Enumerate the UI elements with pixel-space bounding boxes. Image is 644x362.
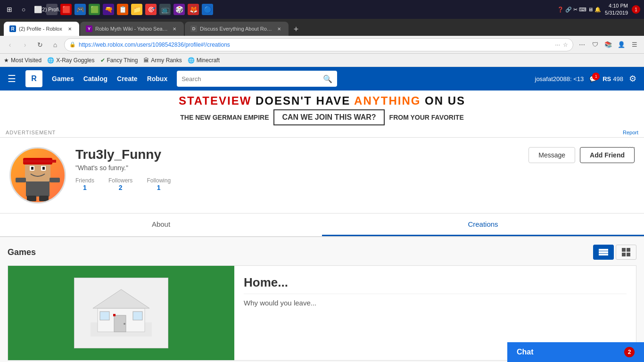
forward-button[interactable]: ›: [19, 39, 31, 51]
taskbar-left: ⊞ ○ ⬜ (2) Profi... 🟥 🎮 🟩 🔫 📋 📁 🎯 📺 🎲 🦊 🔵: [4, 4, 213, 15]
message-button[interactable]: Message: [528, 147, 575, 163]
profile-icon[interactable]: 👤: [616, 39, 627, 50]
svg-rect-14: [599, 254, 608, 255]
app-icon-11[interactable]: 🔵: [202, 4, 213, 15]
chat-label: Chat: [517, 348, 534, 356]
following-value[interactable]: 1: [147, 184, 171, 191]
chat-button[interactable]: Chat 2: [507, 342, 644, 362]
tab-2-favicon: Y: [86, 25, 92, 32]
tab-about[interactable]: About: [0, 214, 322, 236]
tab-1-roblox-profile[interactable]: R (2) Profile - Roblox ✕: [4, 22, 79, 36]
svg-rect-9: [50, 178, 60, 182]
svg-rect-15: [622, 248, 626, 252]
app-icon-9[interactable]: 🎲: [173, 4, 185, 15]
more-options-button[interactable]: ···: [627, 143, 636, 152]
games-section-title: Games: [8, 247, 36, 257]
app-icon-8[interactable]: 📺: [159, 4, 171, 15]
ad-anything: ANYTHING: [354, 94, 421, 107]
taskbar-icons-tray: ❓ 🔗 ✂ ⌨ 🖥 🔔: [557, 7, 601, 13]
nav-link-create[interactable]: Create: [117, 75, 138, 82]
bookmark-most-visited[interactable]: ★ Most Visited: [4, 57, 41, 64]
svg-rect-24: [100, 312, 109, 320]
new-tab-button[interactable]: +: [289, 23, 303, 36]
search-button[interactable]: ○: [18, 4, 29, 15]
start-button[interactable]: ⊞: [4, 4, 15, 15]
nav-extra-buttons: ⋯ 🛡 📚 👤 ☰: [576, 39, 640, 50]
tab-creations[interactable]: Creations: [322, 214, 644, 236]
nav-link-catalog[interactable]: Catalog: [83, 75, 107, 82]
settings-button[interactable]: ⚙: [629, 74, 636, 84]
stat-friends: Friends 1: [75, 177, 94, 191]
list-view-button[interactable]: [593, 245, 614, 260]
hamburger-menu-button[interactable]: ☰: [8, 73, 16, 84]
bookmark-label-minecraft: Minecraft: [197, 57, 220, 64]
bookmark-fancy-thing[interactable]: ✔ Fancy Thing: [100, 57, 138, 64]
bookmark-minecraft[interactable]: 🌐 Minecraft: [188, 57, 220, 64]
friends-label: Friends: [75, 177, 94, 184]
home-button[interactable]: ⌂: [49, 39, 61, 51]
house-svg: [86, 285, 157, 341]
ad-left-text: THE NEW GERMAN EMPIRE: [180, 114, 269, 121]
profile-username: Tru3ly_Funny: [75, 147, 519, 162]
menu-icon[interactable]: ☰: [629, 39, 640, 50]
nav-extra-1[interactable]: ⋯: [576, 39, 587, 50]
profile-bio: "What's so funny.": [75, 164, 519, 172]
roblox-taskbar-icon[interactable]: (2) Profi...: [46, 4, 58, 15]
search-icon[interactable]: 🔍: [323, 74, 332, 83]
app-icon-1[interactable]: 🟥: [60, 4, 72, 15]
grid-view-button[interactable]: [616, 245, 636, 260]
app-icon-6[interactable]: 📁: [131, 4, 142, 15]
bookmark-star-icon[interactable]: ☆: [563, 41, 568, 48]
svg-rect-26: [113, 314, 116, 316]
shield-icon[interactable]: 🛡: [589, 39, 601, 50]
star-icon: ★: [4, 57, 9, 64]
roblox-logo[interactable]: R: [25, 70, 42, 87]
app-icon-5[interactable]: 📋: [117, 4, 128, 15]
tab-2-close[interactable]: ✕: [171, 25, 178, 33]
ad-report-button[interactable]: Report: [623, 130, 638, 135]
app-icon-10[interactable]: 🦊: [188, 4, 199, 15]
tab-1-close[interactable]: ✕: [66, 25, 74, 33]
chat-badge: 2: [624, 347, 635, 357]
back-button[interactable]: ‹: [4, 39, 16, 51]
taskbar-right: ❓ 🔗 ✂ ⌨ 🖥 🔔 4:10 PM 5/31/2019 1: [557, 2, 640, 17]
tab-3-title: Discuss Everything About Robl...: [200, 26, 272, 32]
profile-tabs: About Creations: [0, 214, 644, 237]
address-bar[interactable]: 🔒 https://web.roblox.com/users/109854283…: [64, 38, 573, 51]
nav-link-robux[interactable]: Robux: [147, 75, 168, 82]
app-icon-3[interactable]: 🟩: [89, 4, 100, 15]
friends-value[interactable]: 1: [75, 184, 94, 191]
tab-3-discuss[interactable]: D Discuss Everything About Robl... ✕: [185, 22, 289, 36]
svg-rect-17: [622, 253, 626, 256]
game-thumbnail: [8, 266, 234, 360]
svg-rect-3: [23, 160, 56, 163]
tab-3-close[interactable]: ✕: [275, 25, 283, 33]
svg-marker-21: [93, 289, 149, 308]
search-input[interactable]: [182, 75, 319, 82]
bookmark-favicon-army: 🏛: [143, 57, 149, 64]
bookmark-army-ranks[interactable]: 🏛 Army Ranks: [143, 57, 182, 64]
add-friend-button[interactable]: Add Friend: [580, 147, 635, 163]
app-icon-7[interactable]: 🎯: [145, 4, 157, 15]
roblox-search-bar[interactable]: 🔍: [177, 71, 337, 87]
refresh-button[interactable]: ↻: [34, 39, 46, 51]
bookmark-x-ray-goggles[interactable]: 🌐 X-Ray Goggles: [47, 57, 94, 64]
tab-2-yahoo[interactable]: Y Roblo Myth Wiki - Yahoo Searc... ✕: [80, 22, 184, 36]
profile-info: Tru3ly_Funny "What's so funny." Friends …: [75, 147, 519, 195]
app-icon-4[interactable]: 🔫: [103, 4, 114, 15]
reading-list-icon[interactable]: 📚: [603, 39, 614, 50]
svg-rect-10: [27, 196, 36, 201]
robux-display[interactable]: RS 498: [603, 75, 623, 82]
nav-link-games[interactable]: Games: [52, 75, 74, 82]
svg-rect-13: [599, 251, 608, 253]
bookmark-label-fancy: Fancy Thing: [107, 57, 138, 64]
view-toggle-buttons: [593, 245, 636, 260]
game-thumbnail-image: [74, 278, 168, 348]
svg-rect-7: [42, 167, 45, 170]
grid-view-icon: [622, 248, 630, 256]
following-label: Following: [147, 177, 171, 184]
app-icon-2[interactable]: 🎮: [74, 4, 86, 15]
notifications-button[interactable]: 💬 1: [589, 75, 597, 82]
notification-count-badge: 1: [632, 5, 640, 14]
followers-value[interactable]: 2: [108, 184, 132, 191]
